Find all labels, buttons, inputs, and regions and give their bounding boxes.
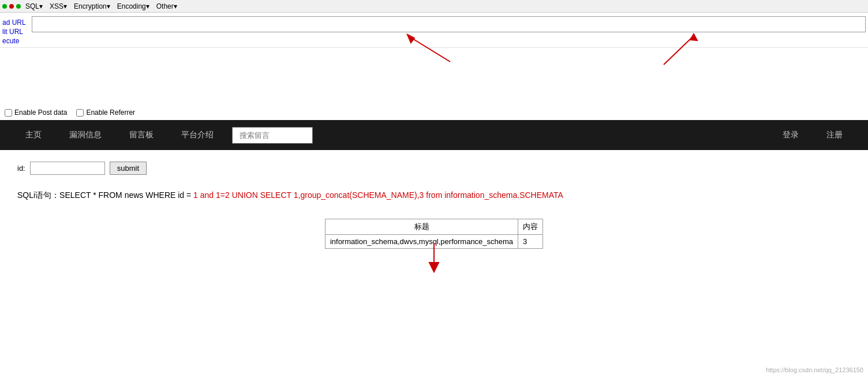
nav-login[interactable]: 登录 — [769, 120, 813, 150]
nav-register[interactable]: 注册 — [813, 120, 856, 150]
url-input[interactable]: http://www.whalwl.com:8001/bug/sql_injec… — [32, 16, 866, 32]
execute-label[interactable]: ecute — [2, 37, 28, 45]
main-content: id: submit SQLi语句：SELECT * FROM news WHE… — [0, 150, 868, 283]
xss-menu-button[interactable]: XSS▾ — [47, 2, 69, 11]
url-section: ad URL lit URL ecute http://www.whalwl.c… — [0, 13, 868, 48]
other-menu-button[interactable]: Other▾ — [154, 2, 179, 11]
referrer-label: Enable Referrer — [86, 108, 135, 117]
green-dot-2 — [16, 4, 21, 9]
sql-statement: SQLi语句：SELECT * FROM news WHERE id = 1 a… — [17, 189, 851, 201]
search-input[interactable] — [232, 127, 313, 144]
nav-item-about[interactable]: 平台介绍 — [167, 120, 227, 150]
table-cell-content: 3 — [518, 235, 543, 249]
nav-search — [232, 127, 313, 144]
table-cell-title: information_schema,dwvs,mysql,performanc… — [325, 235, 518, 249]
svg-marker-5 — [429, 263, 439, 272]
referrer-checkbox[interactable] — [76, 109, 84, 117]
post-data-checkbox-label[interactable]: Enable Post data — [5, 108, 67, 117]
top-toolbar: SQL▾ XSS▾ Encryption▾ Encoding▾ Other▾ — [0, 0, 868, 13]
url-input-wrapper: http://www.whalwl.com:8001/bug/sql_injec… — [32, 16, 866, 32]
id-input[interactable] — [30, 162, 105, 175]
url-labels: ad URL lit URL ecute — [2, 16, 28, 45]
load-url-label[interactable]: ad URL — [2, 18, 28, 27]
green-dot-1 — [2, 4, 7, 9]
checkboxes-row: Enable Post data Enable Referrer — [0, 105, 868, 120]
nav-item-vuln[interactable]: 漏洞信息 — [55, 120, 115, 150]
post-data-checkbox[interactable] — [5, 109, 12, 117]
nav-item-board[interactable]: 留言板 — [115, 120, 167, 150]
results-table: 标题 内容 information_schema,dwvs,mysql,perf… — [325, 219, 543, 249]
encoding-menu-button[interactable]: Encoding▾ — [115, 2, 152, 11]
table-header-title: 标题 — [325, 219, 518, 235]
nav-right: 登录 注册 — [769, 120, 856, 150]
sql-menu-button[interactable]: SQL▾ — [23, 2, 45, 11]
encryption-menu-button[interactable]: Encryption▾ — [72, 2, 113, 11]
sql-injection: 1 and 1=2 UNION SELECT 1,group_concat(SC… — [193, 190, 563, 200]
dark-navbar: 主页 漏洞信息 留言板 平台介绍 登录 注册 — [0, 120, 868, 150]
red-dot — [9, 4, 14, 9]
referrer-checkbox-label[interactable]: Enable Referrer — [76, 108, 135, 117]
nav-item-home[interactable]: 主页 — [12, 120, 55, 150]
submit-button[interactable]: submit — [110, 162, 147, 175]
table-row: information_schema,dwvs,mysql,performanc… — [325, 235, 542, 249]
results-area: 标题 内容 information_schema,dwvs,mysql,perf… — [17, 219, 851, 272]
id-form: id: submit — [17, 162, 851, 175]
id-label: id: — [17, 164, 25, 173]
post-data-label: Enable Post data — [14, 108, 67, 117]
sql-prefix: SQLi语句：SELECT * FROM news WHERE id = — [17, 190, 193, 200]
table-header-content: 内容 — [518, 219, 543, 235]
split-url-label[interactable]: lit URL — [2, 28, 28, 36]
url-section-area: ad URL lit URL ecute http://www.whalwl.c… — [0, 13, 868, 105]
